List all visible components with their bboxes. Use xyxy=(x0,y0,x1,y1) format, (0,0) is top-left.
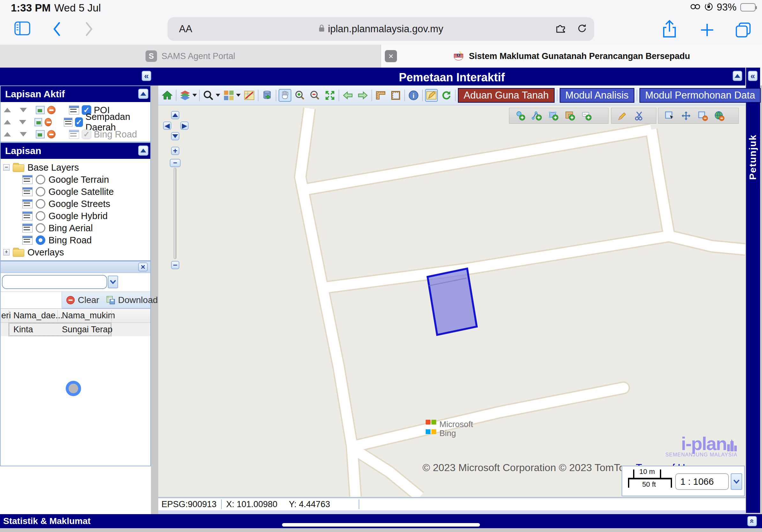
extensions-icon[interactable] xyxy=(555,23,566,35)
cut-scissors-icon[interactable] xyxy=(634,110,645,121)
expand-petunjuk-button[interactable]: « xyxy=(748,71,758,81)
remove-selection-icon[interactable] xyxy=(697,110,708,121)
remove-layer-icon[interactable] xyxy=(47,130,55,138)
move-layer-down-icon[interactable] xyxy=(20,108,27,112)
layer-checkbox[interactable]: ✓ xyxy=(75,117,83,127)
tabs-overview-button[interactable] xyxy=(734,22,752,39)
base-layer-option[interactable]: Google Hybrid xyxy=(3,210,150,222)
tree-group-overlays[interactable]: + Overlays xyxy=(3,246,150,258)
modul-analisis-button[interactable]: Modul Analisis xyxy=(560,88,634,103)
pan-left-button[interactable]: ◀ xyxy=(163,121,171,130)
url-bar[interactable]: AA iplan.planmalaysia.gov.my xyxy=(168,17,594,41)
full-extent-icon[interactable] xyxy=(324,89,336,102)
home-extent-icon[interactable] xyxy=(161,89,174,102)
pan-right-button[interactable]: ▶ xyxy=(180,121,189,130)
results-table-header[interactable]: eri Nama_dae... Nama_mukim xyxy=(1,309,150,323)
legend-icon[interactable] xyxy=(64,118,72,127)
move-layer-up-icon[interactable] xyxy=(4,132,11,137)
collapse-panel-icon[interactable] xyxy=(138,146,148,156)
map-canvas[interactable]: ◀ ▶ + − − xyxy=(158,105,745,497)
column-header[interactable]: Nama_dae... xyxy=(13,309,63,322)
forward-button[interactable] xyxy=(85,22,93,37)
add-polygon-icon[interactable] xyxy=(548,110,559,121)
legend-icon[interactable] xyxy=(22,212,33,220)
radio-unselected[interactable] xyxy=(36,199,45,209)
aduan-guna-tanah-button[interactable]: Aduan Guna Tanah xyxy=(458,88,555,103)
share-button[interactable] xyxy=(661,19,678,40)
collapse-sidebar-button[interactable]: « xyxy=(142,71,151,81)
collapse-map-header-icon[interactable] xyxy=(733,71,742,81)
layer-style-icon[interactable] xyxy=(36,130,45,138)
close-panel-icon[interactable]: × xyxy=(138,262,148,271)
base-layer-option[interactable]: Bing Road xyxy=(3,234,150,246)
move-layer-up-icon[interactable] xyxy=(4,120,11,124)
legend-icon[interactable] xyxy=(22,224,33,233)
search-combobox-input[interactable] xyxy=(2,275,107,289)
refresh-map-icon[interactable] xyxy=(440,89,453,102)
radio-selected[interactable] xyxy=(36,235,45,245)
base-layer-option[interactable]: Bing Aerial xyxy=(3,222,150,234)
search-tool-icon[interactable] xyxy=(202,89,215,102)
new-tab-button[interactable] xyxy=(700,22,715,39)
add-label-icon[interactable] xyxy=(581,110,592,121)
table-row-selected[interactable]: Kinta Sungai Terap xyxy=(1,323,150,336)
radio-unselected[interactable] xyxy=(36,223,45,233)
pan-down-button[interactable] xyxy=(171,132,179,140)
active-layer-row[interactable]: ✓ Bing Road xyxy=(1,128,150,140)
legend-icon[interactable] xyxy=(22,236,33,245)
legend-icon[interactable] xyxy=(22,199,33,208)
add-measure-icon[interactable] xyxy=(565,110,575,121)
zoom-slider-track[interactable] xyxy=(174,168,177,259)
home-indicator[interactable] xyxy=(282,523,480,527)
filter-input[interactable] xyxy=(1,292,62,308)
export-data-icon[interactable] xyxy=(261,89,273,102)
tab-iplan[interactable]: × Sistem Maklumat Gunatanah Perancangan … xyxy=(381,45,762,68)
zoom-out-button[interactable]: − xyxy=(171,261,179,269)
zoom-out-icon[interactable] xyxy=(309,89,321,102)
column-header[interactable]: Nama_mukim xyxy=(62,309,115,322)
measure-area-icon[interactable] xyxy=(389,89,402,102)
close-tab-icon[interactable]: × xyxy=(385,50,397,62)
base-layer-option[interactable]: Google Satellite xyxy=(3,186,150,198)
sidebar-toggle-button[interactable] xyxy=(14,21,31,37)
identify-info-icon[interactable]: i xyxy=(407,89,420,102)
pan-up-button[interactable] xyxy=(171,111,179,119)
legend-icon[interactable] xyxy=(69,130,79,139)
move-layer-up-icon[interactable] xyxy=(4,108,11,112)
previous-extent-icon[interactable] xyxy=(342,89,354,102)
map-measure-icon[interactable] xyxy=(243,89,256,102)
legend-icon[interactable] xyxy=(69,105,79,114)
edit-pencil-icon[interactable] xyxy=(617,110,628,121)
combobox-dropdown-button[interactable] xyxy=(108,276,118,288)
layer-style-icon[interactable] xyxy=(35,118,42,126)
column-header[interactable]: eri xyxy=(1,309,11,322)
add-point-icon[interactable] xyxy=(515,110,526,121)
modul-permohonan-data-button[interactable]: Modul Permohonan Data xyxy=(640,88,761,103)
legend-icon[interactable] xyxy=(22,187,33,196)
active-layer-row[interactable]: ✓ Sempadan Daerah xyxy=(1,116,150,128)
expand-statistik-icon[interactable]: « xyxy=(747,516,757,526)
zoom-slider-handle[interactable]: − xyxy=(170,159,181,167)
legend-icon[interactable] xyxy=(22,175,33,184)
zoom-in-button[interactable]: + xyxy=(171,147,179,155)
clear-button[interactable]: Clear xyxy=(66,295,99,305)
next-extent-icon[interactable] xyxy=(356,89,369,102)
scale-select[interactable]: 1 : 1066 xyxy=(675,473,729,490)
layers-tool-icon[interactable] xyxy=(179,89,191,102)
measure-distance-icon[interactable] xyxy=(374,89,387,102)
remove-layer-icon[interactable] xyxy=(47,106,55,114)
collapse-panel-icon[interactable] xyxy=(138,89,148,99)
dropdown-caret-icon[interactable] xyxy=(236,94,241,97)
radio-unselected[interactable] xyxy=(36,211,45,221)
collapse-group-icon[interactable]: − xyxy=(3,164,10,170)
petunjuk-tab[interactable]: Petunjuk xyxy=(747,90,758,224)
move-layer-down-icon[interactable] xyxy=(19,120,26,124)
zoom-in-icon[interactable] xyxy=(294,89,306,102)
draw-on-map-icon[interactable] xyxy=(425,89,438,102)
base-layer-option[interactable]: Google Terrain xyxy=(3,173,150,186)
tree-group-base-layers[interactable]: − Base Layers xyxy=(3,162,150,173)
scale-select-dropdown-icon[interactable] xyxy=(731,473,742,490)
basemap-gallery-icon[interactable] xyxy=(222,89,235,102)
base-layer-option[interactable]: Google Streets xyxy=(3,198,150,210)
remove-layer-icon[interactable] xyxy=(45,118,52,126)
